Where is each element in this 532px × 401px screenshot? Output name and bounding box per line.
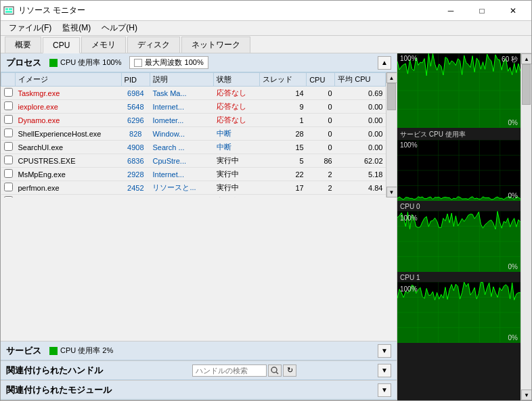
cpu0-0pct: 0%: [508, 263, 518, 270]
service-0pct: 0%: [508, 192, 518, 199]
max-freq-label: 最大周波数 100%: [145, 57, 203, 68]
scroll-down-btn[interactable]: ▼: [386, 187, 397, 197]
row-checkbox[interactable]: [1, 195, 16, 198]
tab-bar: 概要 CPU メモリ ディスク ネットワーク: [1, 36, 531, 53]
row-avg-cpu: 4.84: [335, 181, 386, 195]
col-cpu[interactable]: CPU: [307, 73, 335, 87]
service-collapse-btn[interactable]: ▼: [378, 344, 391, 358]
row-cpu: 0: [307, 127, 335, 141]
row-pid: 6984: [121, 87, 150, 100]
process-section-header[interactable]: プロセス CPU 使用率 100% 最大周波数 100% ▲: [1, 53, 397, 72]
row-desc: CpuStre...: [150, 154, 213, 168]
row-threads: 28: [259, 127, 306, 141]
right-scroll-track[interactable]: [521, 64, 531, 390]
menu-bar: ファイル(F) 監視(M) ヘルプ(H): [1, 21, 531, 36]
row-cpu: 0: [307, 87, 335, 100]
row-checkbox[interactable]: [1, 168, 16, 181]
tab-memory[interactable]: メモリ: [81, 37, 126, 53]
col-avg-cpu[interactable]: 平均 CPU: [335, 73, 386, 87]
table-row[interactable]: MsMpEng.exe 2928 Internet... 実行中 22 2 5.…: [1, 168, 386, 181]
col-threads[interactable]: スレッド: [259, 73, 306, 87]
right-panel-inner: 60 秒 100% 0% サービス CPU 使用率 100% 0%: [397, 53, 520, 344]
overall-graph: 60 秒 100% 0%: [397, 53, 520, 128]
table-row[interactable]: iexplore.exe 5648 Internet... 応答なし 9 0 0…: [1, 100, 386, 114]
row-checkbox[interactable]: [1, 87, 16, 100]
handle-title: 関連付けられたハンドル: [6, 364, 103, 377]
process-collapse-btn[interactable]: ▲: [378, 56, 391, 70]
tab-overview[interactable]: 概要: [5, 37, 41, 53]
table-row[interactable]: System 4 NT Kern... 実行中 157 8 3.40: [1, 195, 386, 198]
row-pid: 4908: [121, 141, 150, 154]
handle-search-btn[interactable]: [268, 364, 282, 377]
handle-refresh-btn[interactable]: ↻: [283, 364, 296, 377]
handle-collapse-btn[interactable]: ▼: [378, 364, 391, 377]
row-desc: NT Kern...: [150, 195, 213, 198]
right-scroll-thumb[interactable]: [522, 64, 531, 105]
row-checkbox[interactable]: [1, 181, 16, 195]
row-cpu: 8: [307, 195, 335, 198]
right-scroll-up[interactable]: ▲: [521, 53, 531, 64]
row-cpu: 0: [307, 100, 335, 114]
module-collapse-btn[interactable]: ▼: [378, 383, 391, 397]
cpu-indicator: [49, 59, 58, 67]
handle-search-input[interactable]: [192, 364, 267, 377]
row-checkbox[interactable]: [1, 100, 16, 114]
service-graph-title: サービス CPU 使用率: [397, 129, 520, 140]
overall-graph-time: 60 秒: [502, 55, 518, 64]
service-section: サービス CPU 使用率 2% ▼: [1, 341, 397, 361]
handle-section-header[interactable]: 関連付けられたハンドル ↻ ▼: [1, 361, 397, 380]
table-row[interactable]: CPUSTRES.EXE 6836 CpuStre... 実行中 5 86 62…: [1, 154, 386, 168]
close-button[interactable]: ✕: [497, 1, 529, 21]
svg-line-5: [276, 372, 278, 374]
main-content: プロセス CPU 使用率 100% 最大周波数 100% ▲: [1, 53, 531, 400]
table-row[interactable]: SearchUI.exe 4908 Search ... 中断 15 0 0.0…: [1, 141, 386, 154]
table-row[interactable]: Dynamo.exe 6296 Iometer... 応答なし 1 0 0.00: [1, 114, 386, 127]
table-row[interactable]: perfmon.exe 2452 リソースと... 実行中 17 2 4.84: [1, 181, 386, 195]
service-title: サービス: [6, 345, 41, 357]
tab-disk[interactable]: ディスク: [127, 37, 180, 53]
col-name[interactable]: イメージ: [16, 73, 122, 87]
table-row[interactable]: Taskmgr.exe 6984 Task Ma... 応答なし 14 0 0.…: [1, 87, 386, 100]
col-pid[interactable]: PID: [121, 73, 150, 87]
max-freq-badge: 最大周波数 100%: [129, 56, 208, 69]
scroll-thumb[interactable]: [387, 83, 396, 110]
process-table: イメージ PID 説明 状態 スレッド CPU 平均 CPU: [1, 72, 386, 197]
scroll-up-btn[interactable]: ▲: [386, 72, 397, 83]
menu-view[interactable]: 監視(M): [57, 21, 96, 35]
row-checkbox[interactable]: [1, 114, 16, 127]
table-row[interactable]: ShellExperienceHost.exe 828 Window... 中断…: [1, 127, 386, 141]
row-threads: 1: [259, 114, 306, 127]
menu-file[interactable]: ファイル(F): [3, 21, 57, 35]
row-checkbox[interactable]: [1, 141, 16, 154]
col-desc[interactable]: 説明: [150, 73, 213, 87]
right-scrollbar[interactable]: ▲ ▼: [520, 53, 531, 400]
cpu0-100pct: 100%: [400, 214, 418, 222]
service-section-header[interactable]: サービス CPU 使用率 2% ▼: [1, 341, 397, 360]
row-cpu: 2: [307, 181, 335, 195]
main-window: リソース モニター ─ □ ✕ ファイル(F) 監視(M) ヘルプ(H) 概要 …: [0, 0, 532, 401]
minimize-button[interactable]: ─: [435, 1, 466, 21]
cpu0-graph-wrapper: CPU 0 100% 0%: [397, 202, 520, 272]
tab-cpu[interactable]: CPU: [43, 37, 80, 53]
right-scroll-down[interactable]: ▼: [521, 390, 531, 400]
row-name: MsMpEng.exe: [16, 168, 122, 181]
process-title: プロセス: [6, 57, 41, 69]
maximize-button[interactable]: □: [466, 1, 497, 21]
row-status: 実行中: [214, 195, 260, 198]
service-cpu-label: CPU 使用率 2%: [60, 346, 113, 356]
freq-indicator: [134, 59, 142, 67]
row-name: Taskmgr.exe: [16, 87, 122, 100]
col-status[interactable]: 状態: [214, 73, 260, 87]
row-checkbox[interactable]: [1, 127, 16, 141]
tab-network[interactable]: ネットワーク: [181, 37, 250, 53]
row-checkbox[interactable]: [1, 154, 16, 168]
row-threads: 9: [259, 100, 306, 114]
module-section-header[interactable]: 関連付けられたモジュール ▼: [1, 381, 397, 400]
left-panel: プロセス CPU 使用率 100% 最大周波数 100% ▲: [1, 53, 397, 400]
process-table-container[interactable]: イメージ PID 説明 状態 スレッド CPU 平均 CPU: [1, 72, 386, 197]
overall-0pct: 0%: [508, 119, 518, 126]
module-section: 関連付けられたモジュール ▼: [1, 381, 397, 400]
menu-help[interactable]: ヘルプ(H): [96, 21, 143, 35]
process-scrollbar[interactable]: ▲ ▼: [386, 72, 397, 197]
scroll-track[interactable]: [386, 83, 397, 187]
